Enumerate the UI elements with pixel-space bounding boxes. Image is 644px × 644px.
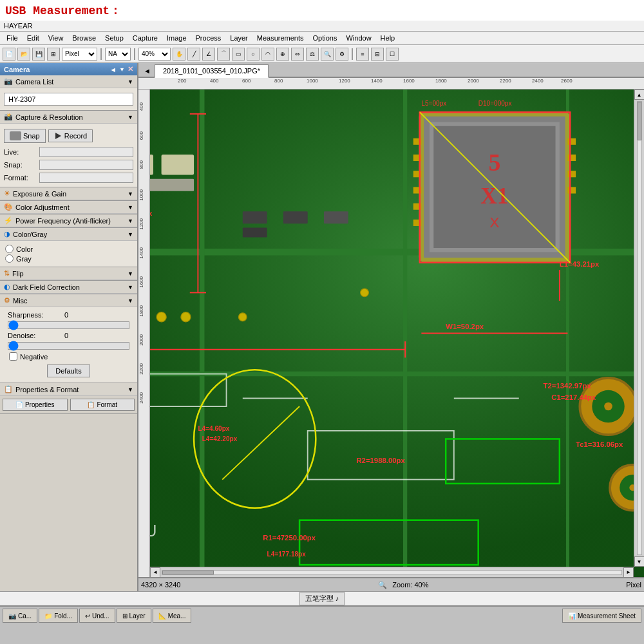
camera-expand[interactable]: ▼: [119, 66, 125, 73]
menu-capture[interactable]: Capture: [129, 33, 162, 43]
toolbar-grid[interactable]: ⊞: [47, 48, 60, 61]
taskbar-folder[interactable]: 📁 Fold...: [39, 609, 78, 623]
na-select[interactable]: NA: [105, 48, 131, 61]
properties-button[interactable]: 📄 Properties: [3, 399, 68, 411]
sharpness-slider-row: [4, 320, 133, 330]
toolbar-angle[interactable]: ∠: [202, 48, 215, 61]
image-tab[interactable]: 2018_0101_003554_010.JPG*: [155, 64, 269, 78]
camera-arrow[interactable]: ◄: [109, 66, 117, 73]
menu-layer[interactable]: Layer: [226, 33, 252, 43]
toolbar-misc1[interactable]: ≡: [356, 48, 369, 61]
toolbar-point[interactable]: ⊕: [276, 48, 289, 61]
svg-point-44: [238, 313, 247, 321]
format-input[interactable]: [39, 173, 133, 183]
properties-btn-label: Properties: [25, 401, 55, 408]
menu-edit[interactable]: Edit: [23, 33, 43, 43]
exposure-header[interactable]: ☀ Exposure & Gain ▼: [0, 187, 137, 200]
toolbar-calibrate[interactable]: ⚖: [306, 48, 319, 61]
sharpness-row: Sharpness: 0: [4, 310, 133, 320]
toolbar-hand[interactable]: ✋: [173, 48, 185, 61]
input-method-button[interactable]: 五笔字型 ♪: [299, 592, 345, 605]
negative-checkbox[interactable]: [9, 352, 17, 361]
measurement-sheet-button[interactable]: 📊 Measurement Sheet: [562, 609, 641, 623]
toolbar-new[interactable]: 📄: [3, 48, 15, 61]
menu-window[interactable]: Window: [342, 33, 375, 43]
taskbar-layer[interactable]: ⊞ Layer: [117, 609, 151, 623]
toolbar-measure[interactable]: ⇔: [291, 48, 304, 61]
color-adj-header[interactable]: 🎨 Color Adjustment ▼: [0, 201, 137, 214]
toolbar-misc2[interactable]: ⊟: [371, 48, 384, 61]
toolbar-circle[interactable]: ○: [247, 48, 260, 61]
camera-panel-title: Camera: [4, 66, 30, 73]
live-input[interactable]: [39, 147, 133, 157]
denoise-slider[interactable]: [8, 342, 129, 350]
scroll-right-btn[interactable]: ►: [623, 567, 634, 578]
h-scroll-thumb[interactable]: [162, 571, 214, 574]
svg-text:W1=50.2px: W1=50.2px: [446, 323, 484, 330]
color-radio[interactable]: [5, 245, 14, 253]
toolbar-arc[interactable]: ◠: [261, 48, 274, 61]
format-button[interactable]: 📋 Format: [70, 399, 135, 411]
misc-header[interactable]: ⚙ Misc ▼: [0, 294, 137, 307]
toolbar-save[interactable]: 💾: [32, 48, 45, 61]
svg-text:X: X: [489, 214, 499, 231]
defaults-button[interactable]: Defaults: [47, 365, 90, 377]
toolbar-props[interactable]: ⚙: [336, 48, 348, 61]
denoise-slider-row: [4, 341, 133, 351]
snap-button[interactable]: Snap: [4, 129, 46, 143]
taskbar-camera[interactable]: 📷 Ca...: [3, 609, 37, 623]
sharpness-slider[interactable]: [8, 321, 129, 329]
dark-field-arrow: ▼: [128, 284, 133, 290]
v-scroll-track[interactable]: [637, 101, 642, 555]
ruler-2400: 2400: [532, 78, 544, 84]
flip-header[interactable]: ⇅ Flip ▼: [0, 267, 137, 280]
dark-field-header[interactable]: ◐ Dark Field Correction ▼: [0, 281, 137, 294]
h-scroll-track[interactable]: [162, 570, 622, 575]
toolbar: 📄 📂 💾 ⊞ Pixel NA 40% ✋ ╱ ∠ ⌒ ▭ ○ ◠ ⊕ ⇔ ⚖…: [0, 45, 644, 63]
viewport[interactable]: 5 X1 X: [150, 90, 644, 577]
toolbar-line[interactable]: ╱: [187, 48, 200, 61]
viewport-wrapper: 400 600 800 1000 1200 1400 1600 1800 200…: [138, 90, 644, 577]
v-scroll-thumb[interactable]: [638, 102, 641, 140]
gray-radio[interactable]: [5, 254, 14, 263]
capture-header[interactable]: 📸 Capture & Resolution ▼: [0, 111, 137, 124]
pixel-select[interactable]: Pixel: [62, 48, 97, 61]
scroll-up-btn[interactable]: ▲: [634, 90, 645, 100]
record-button[interactable]: Record: [48, 129, 93, 142]
measurement-sheet-label: Measurement Sheet: [578, 612, 636, 620]
menu-process[interactable]: Process: [192, 33, 225, 43]
camera-item[interactable]: HY-2307: [4, 93, 133, 106]
menu-setup[interactable]: Setup: [101, 33, 128, 43]
toolbar-zoom-in[interactable]: 🔍: [321, 48, 334, 61]
svg-point-43: [181, 312, 191, 322]
toolbar-polyline[interactable]: ⌒: [217, 48, 230, 61]
menu-image[interactable]: Image: [163, 33, 191, 43]
svg-text:R2=1988.00px: R2=1988.00px: [356, 457, 405, 464]
toolbar-misc3[interactable]: ☐: [386, 48, 399, 61]
camera-close[interactable]: ✕: [128, 65, 133, 73]
menu-view[interactable]: View: [44, 33, 68, 43]
snap-input[interactable]: [39, 160, 133, 170]
menu-help[interactable]: Help: [377, 33, 399, 43]
toolbar-rect[interactable]: ▭: [232, 48, 245, 61]
power-header[interactable]: ⚡ Power Frequency (Anti-flicker) ▼: [0, 214, 137, 227]
ruler-v-400: 400: [138, 102, 144, 111]
menu-browse[interactable]: Browse: [68, 33, 100, 43]
colorgray-icon: ◑: [4, 230, 10, 238]
menu-options[interactable]: Options: [309, 33, 341, 43]
camera-panel-header[interactable]: Camera ◄ ▼ ✕: [0, 63, 137, 75]
ruler-400: 400: [210, 78, 218, 84]
properties-section: 📋 Properties & Format ▼ 📄 Properties 📋 F…: [0, 383, 137, 414]
toolbar-open[interactable]: 📂: [17, 48, 30, 61]
taskbar-mea[interactable]: 📐 Mea...: [153, 609, 192, 623]
menu-file[interactable]: File: [3, 33, 22, 43]
tab-prev-arrow[interactable]: ◄: [140, 65, 155, 77]
colorgray-header[interactable]: ◑ Color/Gray ▼: [0, 228, 137, 241]
scroll-left-btn[interactable]: ◄: [150, 567, 160, 578]
scroll-down-btn[interactable]: ▼: [634, 556, 645, 567]
taskbar-undo[interactable]: ↩ Und...: [79, 609, 115, 623]
menu-measurements[interactable]: Measurements: [253, 33, 308, 43]
properties-header[interactable]: 📋 Properties & Format ▼: [0, 383, 137, 396]
camera-list-header[interactable]: 📷 Camera List ▼: [0, 75, 137, 88]
zoom-select[interactable]: 40%: [138, 48, 171, 61]
